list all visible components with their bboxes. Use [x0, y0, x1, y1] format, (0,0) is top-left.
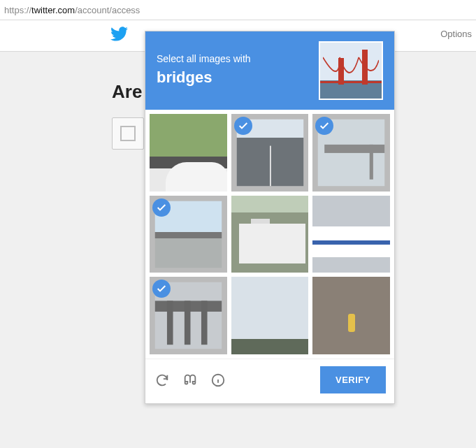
captcha-tile-3[interactable]: [150, 196, 227, 273]
verify-button[interactable]: VERIFY: [320, 366, 386, 393]
captcha-tile-2[interactable]: [312, 114, 390, 192]
twitter-logo-icon: [110, 27, 129, 45]
recaptcha-anchor[interactable]: [112, 117, 144, 150]
page-heading: Are: [112, 81, 142, 103]
captcha-tile-1[interactable]: [231, 114, 309, 192]
captcha-tile-4[interactable]: [231, 196, 309, 273]
url-path: /account/access: [75, 5, 140, 15]
recaptcha-checkbox-icon: [120, 126, 136, 141]
url-host: twitter.com: [31, 5, 75, 15]
captcha-tile-5[interactable]: [312, 196, 390, 273]
captcha-instruction-prefix: Select all images with: [157, 53, 251, 64]
info-icon[interactable]: [210, 372, 226, 389]
reload-icon[interactable]: [154, 372, 171, 389]
audio-icon[interactable]: [182, 372, 199, 389]
captcha-tile-7[interactable]: [231, 277, 309, 354]
address-bar[interactable]: https://twitter.com/account/access: [0, 0, 476, 20]
check-icon: [152, 198, 171, 217]
captcha-tile-8[interactable]: [312, 277, 390, 354]
captcha-tile-6[interactable]: [150, 277, 227, 354]
captcha-dialog: Select all images with bridges: [145, 31, 395, 404]
options-link[interactable]: Options: [440, 29, 472, 39]
url-scheme: https://: [4, 5, 31, 15]
captcha-footer: VERIFY: [145, 359, 394, 403]
captcha-tile-0[interactable]: [150, 114, 227, 192]
check-icon: [234, 117, 252, 135]
captcha-header: Select all images with bridges: [145, 31, 394, 110]
captcha-instruction-target: bridges: [157, 67, 251, 89]
captcha-grid: [145, 110, 394, 359]
captcha-example-image: [319, 41, 383, 100]
